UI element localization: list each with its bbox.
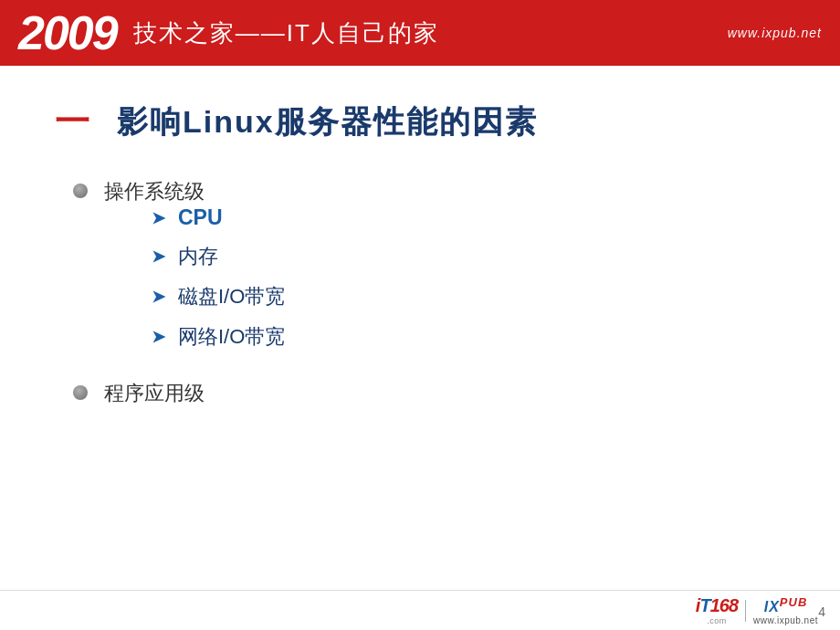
bullet-list: 操作系统级 ➤ CPU ➤ 内存 ➤ 磁盘I/O带宽 xyxy=(55,178,785,407)
slide-footer: iT168 .com IXPUB www.ixpub.net 4 xyxy=(0,590,840,630)
sub-label-disk-io: 磁盘I/O带宽 xyxy=(178,283,285,310)
arrow-icon: ➤ xyxy=(152,287,165,307)
page-number: 4 xyxy=(818,604,825,619)
bullet-dot-icon xyxy=(73,184,88,198)
ixpub-url-text: www.ixpub.net xyxy=(753,615,818,625)
bullet-dot-icon xyxy=(73,385,88,400)
list-item: 程序应用级 xyxy=(73,380,785,407)
logo-divider xyxy=(745,600,746,622)
arrow-icon: ➤ xyxy=(152,327,165,347)
ixpub-logo: IXPUB www.ixpub.net xyxy=(753,595,818,625)
header-tagline: 技术之家——IT人自己的家 xyxy=(133,17,728,49)
sub-label-network-io: 网络I/O带宽 xyxy=(178,323,285,351)
sub-label-memory: 内存 xyxy=(178,243,218,270)
list-item: 操作系统级 ➤ CPU ➤ 内存 ➤ 磁盘I/O带宽 xyxy=(73,178,785,363)
it168-logo: iT168 .com xyxy=(696,595,738,625)
list-item: ➤ 磁盘I/O带宽 xyxy=(152,283,285,310)
slide-title-number: 一 xyxy=(55,99,91,145)
slide-content: 一 影响Linux服务器性能的因素 操作系统级 ➤ CPU ➤ 内存 xyxy=(0,66,840,442)
app-level-label: 程序应用级 xyxy=(104,380,205,407)
list-item: ➤ 内存 xyxy=(152,243,285,270)
os-level-group: 操作系统级 ➤ CPU ➤ 内存 ➤ 磁盘I/O带宽 xyxy=(104,178,285,363)
sub-list: ➤ CPU ➤ 内存 ➤ 磁盘I/O带宽 ➤ 网络I/O带宽 xyxy=(152,205,285,351)
sub-label-cpu: CPU xyxy=(178,205,223,230)
it168-url: .com xyxy=(707,616,727,625)
footer-logos: iT168 .com IXPUB www.ixpub.net xyxy=(696,595,818,625)
arrow-icon: ➤ xyxy=(152,208,165,228)
list-item: ➤ CPU xyxy=(152,205,285,230)
arrow-icon: ➤ xyxy=(152,247,165,267)
slide-header: 2009 技术之家——IT人自己的家 www.ixpub.net xyxy=(0,0,840,66)
it168-logo-text: iT168 xyxy=(696,595,738,616)
slide-title-row: 一 影响Linux服务器性能的因素 xyxy=(55,99,785,145)
header-year: 2009 xyxy=(18,9,117,57)
header-url: www.ixpub.net xyxy=(728,26,822,40)
slide-title-text: 影响Linux服务器性能的因素 xyxy=(117,101,538,143)
os-level-label: 操作系统级 xyxy=(104,180,205,203)
list-item: ➤ 网络I/O带宽 xyxy=(152,323,285,351)
ixpub-logo-text: IXPUB xyxy=(764,595,808,615)
